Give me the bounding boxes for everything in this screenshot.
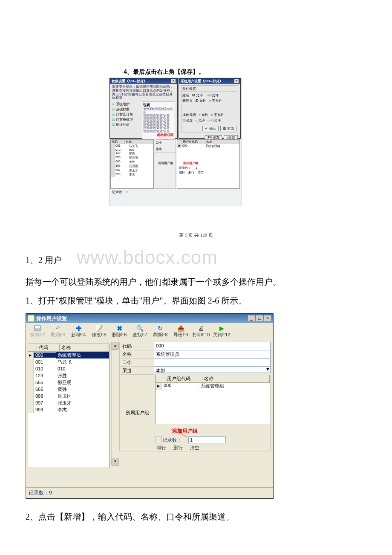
chk-order[interactable]: 订货及订单 bbox=[112, 112, 142, 117]
edit-icon: 📝 bbox=[95, 325, 103, 332]
maximize-icon[interactable]: □ bbox=[256, 315, 263, 322]
list-item[interactable]: 999李杰 bbox=[28, 406, 109, 413]
add-group-link[interactable]: 添加用户组 bbox=[172, 428, 270, 435]
col-name: 名称 bbox=[60, 344, 109, 351]
dialog-title-text: 权限设置《001--部分》 bbox=[112, 79, 147, 84]
list-item[interactable]: 123张胜 bbox=[28, 372, 109, 379]
lbl-name: 姓名 bbox=[182, 93, 189, 98]
toolbar-label: 打印F10 bbox=[193, 332, 210, 338]
close-button[interactable]: ▶关闭F12 bbox=[213, 325, 231, 338]
lbl-auto: 自动连 bbox=[182, 118, 193, 123]
chk-sys[interactable]: 系统维护 bbox=[112, 102, 142, 107]
list-item: 001马龙飞 bbox=[111, 144, 153, 148]
col-gcode: 用户组代码 bbox=[165, 375, 202, 382]
fld-chan[interactable]: 本部 bbox=[154, 367, 265, 373]
radio-e1b[interactable]: ○ 不允许 bbox=[211, 113, 224, 117]
save-button[interactable]: 保存F2 bbox=[29, 325, 46, 338]
radio-e1a[interactable]: ○ 允许 bbox=[199, 113, 208, 117]
btn-clear[interactable]: 清空 bbox=[190, 445, 199, 450]
radio-e2b[interactable]: ○ 不允许 bbox=[208, 118, 221, 123]
edit-button[interactable]: 📝修改F5 bbox=[90, 325, 108, 338]
close-icon[interactable]: × bbox=[171, 79, 176, 83]
new-button[interactable]: ✚新增F4 bbox=[69, 325, 87, 338]
list-item[interactable]: 000系统管理员 bbox=[28, 352, 109, 358]
close-icon: ▶ bbox=[218, 325, 225, 332]
find-button[interactable]: 🔍查找F7 bbox=[131, 325, 149, 338]
list-item[interactable]: 997张玉才 bbox=[28, 399, 109, 406]
btn-clear-mini[interactable]: 清空 bbox=[198, 171, 204, 174]
lbl-chan: 渠道 bbox=[155, 146, 176, 153]
lbl-name: 名称 bbox=[119, 350, 154, 358]
toolbar-label: 删除F6 bbox=[112, 332, 127, 338]
gcode-val: 000 bbox=[182, 144, 205, 148]
col-gcode: 用户组代码 bbox=[182, 140, 205, 144]
user-list[interactable]: 代码 名称 000系统管理员001马龙飞010010123张胜555邵亚明666… bbox=[28, 344, 110, 468]
chevron-down-icon[interactable]: ▼ bbox=[265, 367, 270, 373]
upper-caption: 4、最后点击右上角【保存】。 bbox=[124, 68, 366, 76]
radio-disallow[interactable]: ○ 不允许 bbox=[205, 93, 219, 98]
btn-delrow-mini[interactable]: 删行 bbox=[188, 171, 194, 174]
scrollbar[interactable]: ▴ ▾ bbox=[111, 342, 118, 465]
export-button[interactable]: 📤导出F9 bbox=[172, 325, 190, 338]
scroll-down-icon[interactable]: ▾ bbox=[112, 458, 118, 465]
rec-handle bbox=[155, 436, 162, 443]
list-item: 888吕卫国 bbox=[111, 164, 153, 168]
set-permission-link[interactable]: 点此设权限 bbox=[143, 133, 174, 137]
cancel-button[interactable]: ↶取消F3 bbox=[49, 325, 67, 338]
radio-e2a[interactable]: ○ 允许 bbox=[195, 118, 205, 123]
rec-label: 记录数： bbox=[163, 437, 188, 443]
radio-allow2[interactable]: ⦿ 允许 bbox=[195, 98, 206, 103]
close-icon[interactable]: × bbox=[234, 79, 239, 83]
fld-pwd[interactable] bbox=[154, 358, 271, 366]
scroll-up-icon[interactable]: ▴ bbox=[112, 342, 118, 350]
chk-stat[interactable]: 统计分析 bbox=[112, 122, 142, 127]
reset-button[interactable]: 重 新填 bbox=[220, 126, 236, 131]
radio-allow[interactable]: ⦿ 允许 bbox=[192, 93, 203, 98]
print-icon: 🖨 bbox=[197, 325, 205, 332]
list-item: 555邵亚明 bbox=[111, 156, 153, 160]
gcode-val: 000 bbox=[162, 383, 199, 390]
new-icon: ✚ bbox=[75, 325, 82, 332]
delete-button[interactable]: ✖删除F6 bbox=[110, 325, 128, 338]
page-number: 第 5 页 共 128 页 bbox=[26, 232, 366, 238]
fld-code[interactable]: 000 bbox=[154, 342, 271, 350]
refresh-icon: ↻ bbox=[156, 325, 164, 332]
ok-button[interactable]: ✔ 确认 bbox=[202, 126, 218, 131]
find-icon: 🔍 bbox=[136, 325, 144, 332]
close-icon[interactable]: × bbox=[264, 315, 271, 322]
footer-rec-mini: 记录数：9 bbox=[110, 189, 241, 195]
minimize-icon[interactable]: _ bbox=[248, 315, 255, 322]
user-dialog-title: 系统用户设置《001--部分》 × bbox=[179, 78, 240, 84]
lbl-chan: 渠道 bbox=[119, 366, 154, 375]
btn-addrow[interactable]: 增行 bbox=[157, 445, 166, 450]
refresh-button[interactable]: ↻刷新F8 bbox=[151, 325, 169, 338]
list-item[interactable]: 001马龙飞 bbox=[28, 358, 109, 365]
list-item[interactable]: 666黄孙 bbox=[28, 386, 109, 393]
print-button[interactable]: 🖨打印F10 bbox=[192, 325, 210, 338]
list-item[interactable]: 888吕卫国 bbox=[28, 393, 109, 399]
tab-label: 条件设置 bbox=[182, 87, 237, 92]
toolbar-label: 取消F3 bbox=[51, 332, 66, 338]
rec-lbl-mini: 记录数： bbox=[179, 166, 191, 170]
add-group-link-mini[interactable]: 添加用户组 bbox=[183, 161, 239, 165]
window-title: 操作用户设置 bbox=[36, 315, 67, 322]
radio-disallow2[interactable]: ○ 不允许 bbox=[209, 98, 222, 103]
permission-dialog-title: 权限设置《001--部分》 × bbox=[110, 78, 177, 84]
lbl-pwd: 口令 bbox=[119, 358, 154, 366]
window-titlebar: 操作用户设置 _ □ × bbox=[26, 314, 273, 323]
list-item[interactable]: 555邵亚明 bbox=[28, 379, 109, 386]
list-item[interactable]: 010010 bbox=[28, 365, 109, 372]
col-code: 代码 bbox=[111, 140, 125, 144]
btn-delrow[interactable]: 删行 bbox=[173, 445, 183, 450]
chk-base[interactable]: 基础档案 bbox=[112, 107, 142, 112]
chk-proc[interactable]: 订货单处理 bbox=[112, 117, 142, 122]
toolbar-label: 修改F5 bbox=[92, 332, 107, 338]
btn-addrow-mini[interactable]: 增行 bbox=[179, 171, 185, 174]
lbl-level: 操作等级 bbox=[182, 113, 196, 117]
toolbar-label: 刷新F8 bbox=[153, 332, 168, 338]
lbl-code: 代码 bbox=[119, 342, 154, 350]
app-icon bbox=[28, 315, 35, 322]
col-name: 名称 bbox=[125, 140, 153, 144]
group-grid[interactable]: 用户组代码 名称 ▶ 000 系统管理组 bbox=[155, 375, 270, 424]
fld-name[interactable]: 系统管理员 bbox=[154, 350, 271, 358]
